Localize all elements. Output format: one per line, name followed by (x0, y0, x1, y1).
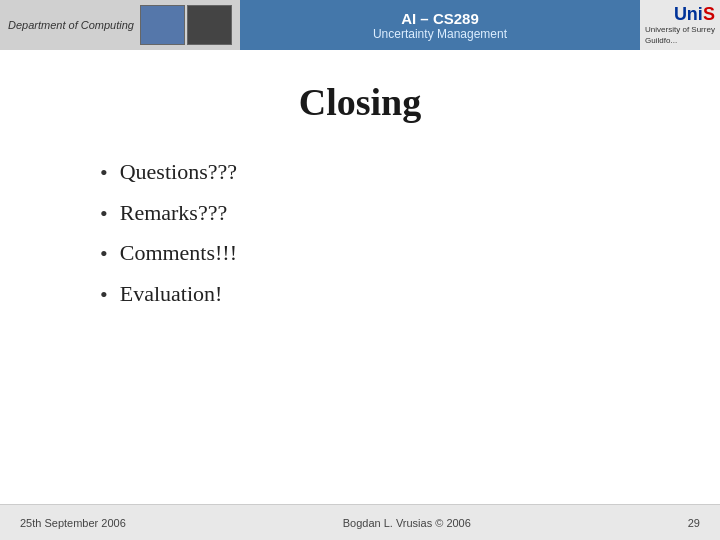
list-item: •Evaluation! (100, 281, 660, 310)
footer-date: 25th September 2006 (20, 517, 126, 529)
bullet-text: Evaluation! (120, 281, 223, 307)
header-title: AI – CS289 (401, 10, 479, 27)
uni-s-initial: UniS (674, 4, 715, 25)
bullet-list: •Questions???•Remarks???•Comments!!!•Eva… (60, 159, 660, 309)
bullet-dot: • (100, 281, 108, 310)
list-item: •Comments!!! (100, 240, 660, 269)
uni-logo-top: UniS (674, 4, 715, 25)
header: Department of Computing AI – CS289 Uncer… (0, 0, 720, 50)
slide-title: Closing (60, 80, 660, 124)
bullet-dot: • (100, 159, 108, 188)
header-left: Department of Computing (0, 0, 240, 50)
bullet-dot: • (100, 200, 108, 229)
bullet-text: Remarks??? (120, 200, 228, 226)
footer-author: Bogdan L. Vrusias © 2006 (343, 517, 471, 529)
list-item: •Remarks??? (100, 200, 660, 229)
bullet-dot: • (100, 240, 108, 269)
header-images (140, 5, 232, 45)
dept-label: Department of Computing (8, 19, 134, 31)
footer-page: 29 (688, 517, 700, 529)
header-subtitle: Uncertainty Management (373, 27, 507, 41)
uni-name: University of Surrey Guildfo... (645, 25, 715, 46)
header-right: UniS University of Surrey Guildfo... (640, 0, 720, 50)
bullet-text: Questions??? (120, 159, 237, 185)
uni-logo: UniS University of Surrey Guildfo... (645, 4, 715, 46)
header-image-1 (140, 5, 185, 45)
header-center: AI – CS289 Uncertainty Management (240, 0, 640, 50)
main-content: Closing •Questions???•Remarks???•Comment… (0, 50, 720, 341)
header-image-2 (187, 5, 232, 45)
footer: 25th September 2006 Bogdan L. Vrusias © … (0, 504, 720, 540)
list-item: •Questions??? (100, 159, 660, 188)
bullet-text: Comments!!! (120, 240, 237, 266)
